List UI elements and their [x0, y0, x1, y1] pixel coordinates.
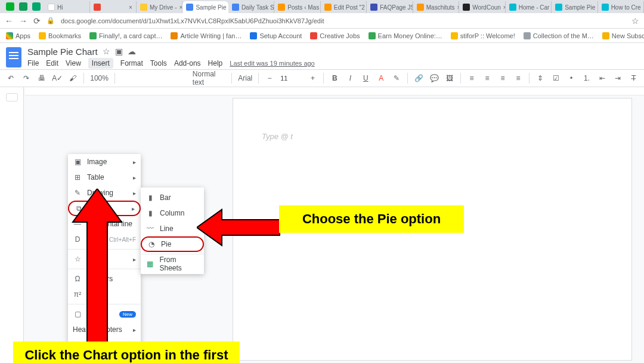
- print-icon[interactable]: 🖶: [37, 74, 47, 82]
- browser-tab[interactable]: Hi: [44, 1, 90, 13]
- paint-format-icon[interactable]: 🖌: [68, 74, 78, 82]
- menu-addons[interactable]: Add-ons: [174, 59, 201, 67]
- align-left-icon[interactable]: ≡: [467, 74, 476, 82]
- line-spacing-icon[interactable]: ⇕: [535, 74, 545, 82]
- browser-tab-active[interactable]: Sample Pie×: [182, 1, 228, 13]
- chevron-right-icon: ▸: [133, 174, 136, 181]
- sheets-icon: ▦: [145, 260, 154, 268]
- undo-icon[interactable]: ↶: [6, 74, 16, 82]
- menu-view[interactable]: View: [66, 59, 81, 67]
- forward-icon[interactable]: →: [19, 16, 27, 26]
- checklist-icon[interactable]: ☑: [551, 74, 561, 82]
- indent-increase-icon[interactable]: ⇥: [613, 74, 623, 82]
- bookmark-item[interactable]: Article Writing | fan…: [171, 32, 242, 39]
- url-text[interactable]: docs.google.com/document/d/1uXhwt1xLx7NV…: [61, 17, 626, 24]
- bullet-list-icon[interactable]: •: [566, 74, 576, 82]
- image-icon[interactable]: 🖼: [445, 74, 454, 82]
- comment-icon[interactable]: 💬: [429, 74, 439, 82]
- insert-table[interactable]: ⊞Table▸: [68, 170, 141, 185]
- bookmark-item[interactable]: Earn Money Online:…: [369, 32, 442, 39]
- bold-icon[interactable]: B: [330, 74, 339, 82]
- outline-toggle-icon[interactable]: [6, 93, 18, 101]
- font-select[interactable]: Arial: [238, 74, 252, 82]
- browser-tab[interactable]: ×: [90, 1, 136, 13]
- browser-tab[interactable]: How to Cre×: [598, 1, 644, 13]
- browser-tab[interactable]: Daily Task S×: [228, 1, 274, 13]
- move-icon[interactable]: ▣: [115, 47, 123, 56]
- chart-pie[interactable]: ◔Pie: [141, 236, 204, 252]
- browser-tabstrip: Hi × My Drive -× Sample Pie× Daily Task …: [0, 0, 644, 13]
- font-size-input[interactable]: 11: [280, 75, 302, 82]
- menu-format[interactable]: Format: [120, 59, 143, 67]
- bookmark-item[interactable]: Collection of the M…: [524, 32, 594, 39]
- align-justify-icon[interactable]: ≡: [513, 74, 523, 82]
- align-right-icon[interactable]: ≡: [498, 74, 507, 82]
- star-icon[interactable]: ☆: [631, 16, 639, 26]
- horizontal-ruler[interactable]: [25, 87, 644, 96]
- bookmark-item[interactable]: Creative Jobs: [310, 32, 360, 39]
- indent-decrease-icon[interactable]: ⇤: [597, 74, 607, 82]
- document-title[interactable]: Sample Pie Chart: [27, 47, 98, 57]
- document-canvas: Type @ t ▣Image▸ ⊞Table▸ ✎Drawing▸ ⧉Char…: [0, 87, 644, 363]
- svg-marker-1: [73, 189, 122, 344]
- chart-submenu: ▮Bar ▮Column 〰Line ◔Pie ▦From Sheets: [141, 187, 204, 274]
- clear-format-icon[interactable]: T̶: [628, 74, 638, 82]
- browser-tab[interactable]: Maschituts×: [413, 1, 459, 13]
- increase-font-icon[interactable]: +: [308, 74, 317, 82]
- docs-toolbar: ↶ ↷ 🖶 A✓ 🖌 100% Normal text Arial − 11 +…: [0, 69, 644, 87]
- browser-tab[interactable]: WordCoun×: [459, 1, 505, 13]
- chart-from-sheets[interactable]: ▦From Sheets: [141, 256, 204, 272]
- browser-tab[interactable]: FAQPage JS×: [367, 1, 413, 13]
- numbered-list-icon[interactable]: 1.: [582, 74, 592, 82]
- browser-tab[interactable]: Edit Post "2×: [321, 1, 367, 13]
- close-icon[interactable]: ×: [129, 4, 132, 11]
- bookmark-item[interactable]: stiforP :: Welcome!: [451, 32, 515, 39]
- star-icon[interactable]: ☆: [103, 47, 110, 56]
- bookmarks-bar: Apps Bookmarks Finally!, a card capt… Ar…: [0, 29, 644, 43]
- zoom-select[interactable]: 100%: [90, 74, 109, 82]
- annotation-arrow-pie: [197, 207, 280, 248]
- chart-line[interactable]: 〰Line: [141, 221, 204, 236]
- highlight-icon[interactable]: ✎: [392, 74, 401, 82]
- reload-icon[interactable]: ⟳: [33, 16, 41, 26]
- menubar: File Edit View Insert Format Tools Add-o…: [27, 58, 315, 69]
- bookmark-item[interactable]: Bookmarks: [39, 32, 81, 39]
- tab-favicon: [32, 2, 41, 11]
- browser-tab[interactable]: Home - Car×: [506, 1, 552, 13]
- text-color-icon[interactable]: A: [376, 74, 386, 82]
- insert-image[interactable]: ▣Image▸: [68, 154, 141, 170]
- bookmark-item[interactable]: Setup Account: [250, 32, 302, 39]
- link-icon[interactable]: 🔗: [414, 74, 423, 82]
- annotation-arrow-chart: [70, 189, 124, 344]
- browser-tab[interactable]: My Drive -×: [137, 1, 182, 13]
- bookmark-item[interactable]: New Subscriber | Al…: [602, 32, 644, 39]
- back-icon[interactable]: ←: [5, 16, 13, 26]
- style-select[interactable]: Normal text: [193, 70, 226, 87]
- bookmark-apps[interactable]: Apps: [6, 32, 30, 39]
- browser-tab[interactable]: Posts ‹ Mas×: [274, 1, 320, 13]
- menu-help[interactable]: Help: [208, 59, 223, 67]
- cloud-icon[interactable]: ☁: [128, 47, 136, 56]
- menu-insert[interactable]: Insert: [88, 58, 113, 69]
- bookmark-item[interactable]: Finally!, a card capt…: [89, 32, 162, 39]
- chart-column[interactable]: ▮Column: [141, 205, 204, 221]
- last-edit-text[interactable]: Last edit was 19 minutes ago: [230, 60, 314, 67]
- menu-edit[interactable]: Edit: [46, 59, 58, 67]
- chart-bar[interactable]: ▮Bar: [141, 190, 204, 205]
- outline-rail: [0, 87, 24, 363]
- menu-file[interactable]: File: [27, 59, 39, 67]
- italic-icon[interactable]: I: [345, 74, 355, 82]
- menu-tools[interactable]: Tools: [150, 59, 167, 67]
- spellcheck-icon[interactable]: A✓: [52, 74, 62, 82]
- table-icon: ⊞: [73, 173, 82, 182]
- pie-chart-icon: ◔: [147, 240, 156, 248]
- browser-tab[interactable]: Sample Pie×: [552, 1, 597, 13]
- decrease-font-icon[interactable]: −: [265, 74, 274, 82]
- chevron-right-icon: ▸: [133, 190, 136, 196]
- underline-icon[interactable]: U: [361, 74, 370, 82]
- align-center-icon[interactable]: ≡: [482, 74, 492, 82]
- docs-header: Sample Pie Chart ☆ ▣ ☁ File Edit View In…: [0, 43, 644, 69]
- chevron-right-icon: ▸: [133, 159, 136, 165]
- docs-logo-icon[interactable]: [6, 47, 21, 67]
- redo-icon[interactable]: ↷: [21, 74, 31, 82]
